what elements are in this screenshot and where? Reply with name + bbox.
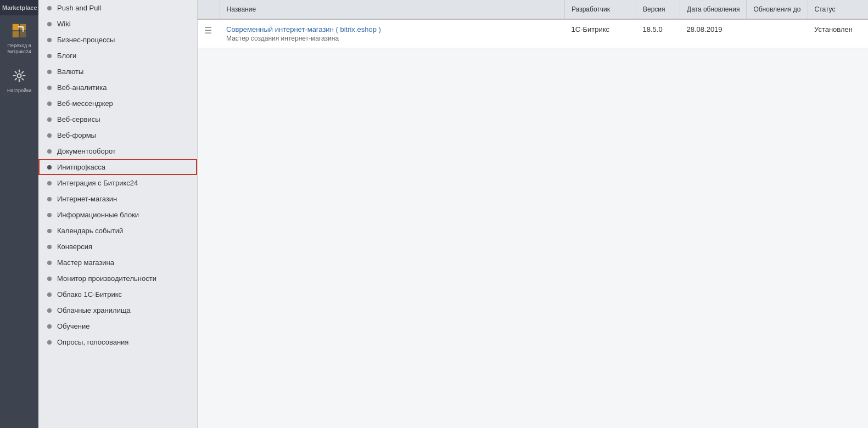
bullet-icon xyxy=(47,86,52,90)
nav-item-label: Инитпро|касса xyxy=(57,163,105,171)
gear-icon xyxy=(9,66,29,86)
bullet-icon xyxy=(47,54,52,58)
nav-item-label: Облачные хранилища xyxy=(57,306,131,314)
sidebar-item-settings[interactable]: Настройки xyxy=(0,60,38,99)
nav-item-label: Веб-сервисы xyxy=(57,115,100,123)
row-name-cell: Современный интернет-магазин ( bitrix.es… xyxy=(220,19,565,48)
nav-item-informacionnye-bloki[interactable]: Информационные блоки xyxy=(38,207,197,223)
bullet-icon xyxy=(47,340,52,345)
nav-item-label: Календарь событий xyxy=(57,227,123,235)
nav-item-label: Мастер магазина xyxy=(57,258,114,267)
col-update-date: Дата обновления xyxy=(680,0,747,19)
svg-rect-2 xyxy=(13,31,19,37)
nav-item-label: Монитор производительности xyxy=(57,274,156,283)
nav-item-label: Веб-мессенджер xyxy=(57,99,113,108)
bullet-icon xyxy=(47,70,52,74)
nav-item-oprosy-golosovaniya[interactable]: Опросы, голосования xyxy=(38,334,197,350)
nav-item-valyuty[interactable]: Валюты xyxy=(38,64,197,80)
row-updates-until xyxy=(747,19,808,48)
sidebar: Marketplace Переход в Битрикс24 Настройк… xyxy=(0,0,38,428)
nav-item-label: Блоги xyxy=(57,52,76,60)
nav-item-label: Бизнес-процессы xyxy=(57,36,115,44)
nav-item-konversiya[interactable]: Конверсия xyxy=(38,239,197,255)
nav-panel: Push and Pull Wiki Бизнес-процессы Блоги… xyxy=(38,0,198,428)
nav-item-label: Конверсия xyxy=(57,243,92,251)
nav-item-veb-analitika[interactable]: Веб-аналитика xyxy=(38,80,197,95)
nav-item-oblako-1s[interactable]: Облако 1С-Битрикс xyxy=(38,286,197,302)
nav-item-veb-formy[interactable]: Веб-формы xyxy=(38,127,197,143)
bullet-icon xyxy=(47,308,52,313)
nav-item-label: Информационные блоки xyxy=(57,211,139,219)
row-status: Установлен xyxy=(808,19,868,48)
nav-item-monitor-proizvoditelnosti[interactable]: Монитор производительности xyxy=(38,271,197,286)
table-header-row: Название Разработчик Версия Дата обновле… xyxy=(198,0,868,19)
nav-item-label: Wiki xyxy=(57,20,71,28)
bullet-icon xyxy=(47,149,52,154)
nav-item-master-magazina[interactable]: Мастер магазина xyxy=(38,255,197,271)
nav-item-kalendar-sobytiy[interactable]: Календарь событий xyxy=(38,223,197,239)
nav-item-label: Документооборот xyxy=(57,147,116,155)
bullet-icon xyxy=(47,277,52,281)
col-developer: Разработчик xyxy=(565,0,636,19)
product-name-link[interactable]: Современный интернет-магазин ( bitrix.es… xyxy=(226,25,381,33)
sidebar-item-bitrix24[interactable]: Переход в Битрикс24 xyxy=(0,15,38,60)
bullet-icon xyxy=(47,292,52,297)
content-area: Название Разработчик Версия Дата обновле… xyxy=(198,0,868,428)
table-container: Название Разработчик Версия Дата обновле… xyxy=(198,0,868,48)
sidebar-logo-label: Marketplace xyxy=(2,4,37,11)
nav-item-label: Облако 1С-Битрикс xyxy=(57,290,122,299)
bullet-icon xyxy=(47,102,52,106)
nav-item-label: Веб-аналитика xyxy=(57,83,107,92)
bullet-icon xyxy=(47,197,52,201)
table-row: ☰ Современный интернет-магазин ( bitrix.… xyxy=(198,19,868,48)
nav-item-label: Push and Pull xyxy=(57,4,101,12)
nav-item-veb-servisy[interactable]: Веб-сервисы xyxy=(38,111,197,127)
row-menu-icon[interactable]: ☰ xyxy=(198,19,220,48)
col-version: Версия xyxy=(636,0,680,19)
nav-item-push-pull[interactable]: Push and Pull xyxy=(38,0,197,16)
svg-point-4 xyxy=(18,74,21,77)
nav-item-label: Веб-формы xyxy=(57,131,96,139)
nav-item-dokumentooborot[interactable]: Документооборот xyxy=(38,143,197,159)
col-name: Название xyxy=(220,0,565,19)
nav-list: Push and Pull Wiki Бизнес-процессы Блоги… xyxy=(38,0,197,350)
nav-item-blogi[interactable]: Блоги xyxy=(38,48,197,64)
nav-item-label: Интеграция с Битрикс24 xyxy=(57,179,138,187)
bullet-icon xyxy=(47,165,52,170)
nav-item-internet-magazin[interactable]: Интернет-магазин xyxy=(38,191,197,207)
nav-item-veb-messenger[interactable]: Веб-мессенджер xyxy=(38,95,197,111)
bullet-icon xyxy=(47,245,52,249)
bullet-icon xyxy=(47,22,52,26)
sidebar-item-settings-label: Настройки xyxy=(7,88,31,94)
bullet-icon xyxy=(47,213,52,217)
bullet-icon xyxy=(47,261,52,265)
nav-item-biznes-processy[interactable]: Бизнес-процессы xyxy=(38,32,197,48)
main-area: Push and Pull Wiki Бизнес-процессы Блоги… xyxy=(38,0,868,428)
col-status: Статус xyxy=(808,0,868,19)
arrow-icon xyxy=(9,21,29,41)
product-subtitle: Мастер создания интернет-магазина xyxy=(226,35,558,42)
nav-item-label: Интернет-магазин xyxy=(57,195,117,203)
nav-item-integraciya-bitrix24[interactable]: Интеграция с Битрикс24 xyxy=(38,175,197,191)
bullet-icon xyxy=(47,6,52,10)
bullet-icon xyxy=(47,181,52,185)
nav-item-oblachnye-hranilishcha[interactable]: Облачные хранилища xyxy=(38,302,197,318)
row-developer: 1С-Битрикс xyxy=(565,19,636,48)
nav-item-label: Валюты xyxy=(57,67,83,76)
sidebar-item-bitrix24-label: Переход в Битрикс24 xyxy=(2,43,36,55)
row-version: 18.5.0 xyxy=(636,19,680,48)
nav-item-label: Обучение xyxy=(57,322,89,330)
modules-table: Название Разработчик Версия Дата обновле… xyxy=(198,0,868,48)
nav-item-initprokassa[interactable]: Инитпро|касса xyxy=(38,159,197,175)
svg-rect-3 xyxy=(20,31,26,37)
bullet-icon xyxy=(47,117,52,122)
col-updates-until: Обновления до xyxy=(747,0,808,19)
svg-rect-0 xyxy=(13,24,19,30)
nav-item-obuchenie[interactable]: Обучение xyxy=(38,318,197,334)
nav-item-wiki[interactable]: Wiki xyxy=(38,16,197,32)
nav-item-label: Опросы, голосования xyxy=(57,338,128,346)
bullet-icon xyxy=(47,133,52,138)
sidebar-logo[interactable]: Marketplace xyxy=(0,0,38,15)
bullet-icon xyxy=(47,324,52,329)
row-update-date: 28.08.2019 xyxy=(680,19,747,48)
